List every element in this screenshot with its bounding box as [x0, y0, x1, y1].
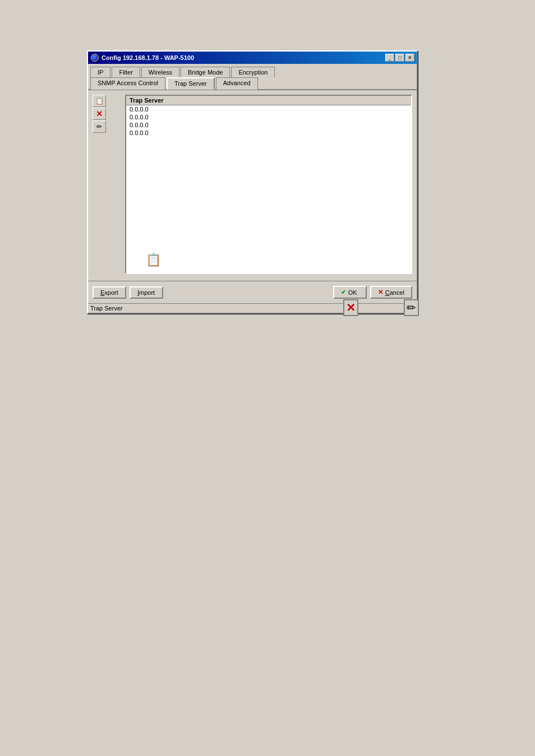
bottom-bar: Export Import ✔ OK ✕ Cancel — [88, 281, 417, 303]
delete-button[interactable]: ✕ — [93, 108, 106, 120]
tab-filter[interactable]: Filter — [112, 67, 140, 77]
list-item[interactable]: 0.0.0.0 — [126, 121, 411, 129]
add-button[interactable]: 📋 — [93, 95, 106, 107]
content-area: 📋 ✕ ✏ Trap Server 0.0.0.0 0.0.0.0 0.0.0.… — [88, 90, 417, 279]
ok-button[interactable]: ✔ OK — [333, 286, 367, 299]
app-icon — [90, 53, 99, 62]
floating-edit-icon: ✏ — [403, 300, 419, 316]
import-button[interactable]: Import — [130, 286, 163, 299]
tab-ip[interactable]: IP — [90, 67, 110, 77]
export-button[interactable]: Export — [93, 286, 126, 299]
tab-wireless[interactable]: Wireless — [141, 67, 179, 77]
export-label: Export — [100, 289, 118, 296]
floating-pencil-icon: ✏ — [404, 299, 419, 316]
title-bar: Config 192.168.1.78 - WAP-5100 _ □ ✕ — [88, 52, 417, 64]
bottom-left-buttons: Export Import — [93, 286, 163, 299]
floating-x-icon: ✕ — [343, 299, 358, 316]
import-label: Import — [137, 289, 155, 296]
tabs-row1: IP Filter Wireless Bridge Mode Encryptio… — [88, 64, 417, 77]
floating-add-doc-icon: 📋 — [146, 253, 161, 267]
ok-label: OK — [348, 289, 357, 296]
list-item[interactable]: 0.0.0.0 — [126, 113, 411, 121]
cancel-label: Cancel — [385, 289, 404, 296]
cancel-x-icon: ✕ — [378, 289, 383, 296]
bottom-right-buttons: ✔ OK ✕ Cancel — [333, 286, 412, 299]
cancel-button[interactable]: ✕ Cancel — [370, 286, 412, 299]
toolbar-icons: 📋 ✕ ✏ — [93, 95, 106, 274]
tab-trap-server[interactable]: Trap Server — [167, 77, 215, 90]
edit-icon: ✏ — [96, 123, 102, 131]
title-buttons: _ □ ✕ — [385, 54, 414, 62]
floating-add-icon: 📋 — [145, 252, 162, 268]
tab-snmp[interactable]: SNMP Access Control — [90, 77, 165, 90]
window-title: Config 192.168.1.78 - WAP-5100 — [102, 54, 194, 61]
main-panel: 📋 ✕ ✏ Trap Server 0.0.0.0 0.0.0.0 0.0.0.… — [93, 95, 412, 274]
delete-icon: ✕ — [96, 109, 103, 118]
tab-bridge-mode[interactable]: Bridge Mode — [181, 67, 230, 77]
floating-delete-icon: ✕ — [342, 300, 359, 316]
tab-advanced[interactable]: Advanced — [216, 77, 258, 90]
list-header: Trap Server — [126, 96, 411, 105]
globe-icon — [91, 54, 99, 62]
add-icon: 📋 — [95, 97, 104, 105]
trap-server-list[interactable]: Trap Server 0.0.0.0 0.0.0.0 0.0.0.0 0.0.… — [125, 95, 412, 274]
main-window: Config 192.168.1.78 - WAP-5100 _ □ ✕ IP … — [87, 50, 418, 314]
status-text: Trap Server — [90, 305, 123, 312]
list-item[interactable]: 0.0.0.0 — [126, 105, 411, 113]
title-bar-left: Config 192.168.1.78 - WAP-5100 — [90, 53, 194, 62]
tabs-row2: SNMP Access Control Trap Server Advanced — [88, 77, 417, 90]
minimize-button[interactable]: _ — [385, 54, 394, 62]
maximize-button[interactable]: □ — [395, 54, 404, 62]
status-bar: Trap Server — [88, 303, 417, 313]
close-button[interactable]: ✕ — [405, 54, 414, 62]
list-item[interactable]: 0.0.0.0 — [126, 129, 411, 137]
tab-encryption[interactable]: Encryption — [231, 67, 275, 77]
edit-button[interactable]: ✏ — [93, 120, 106, 133]
ok-checkmark-icon: ✔ — [341, 289, 346, 296]
